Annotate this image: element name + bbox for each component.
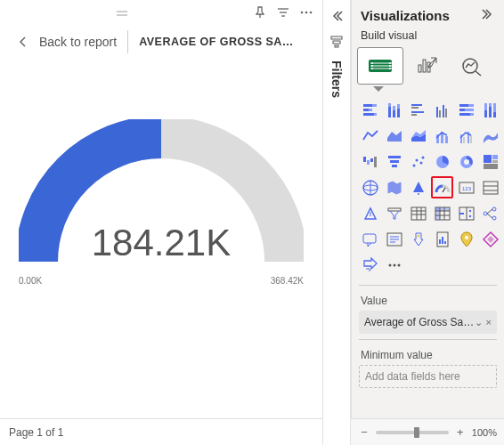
svg-rect-30 bbox=[363, 113, 374, 116]
funnel-icon[interactable] bbox=[329, 35, 344, 52]
zoom-in-button[interactable]: + bbox=[454, 425, 467, 439]
viz-type-clustered-column[interactable] bbox=[431, 99, 453, 121]
viz-type-map[interactable] bbox=[359, 176, 381, 198]
svg-rect-27 bbox=[372, 104, 377, 107]
viz-type-pie[interactable] bbox=[431, 150, 453, 173]
gauge-chart[interactable]: 184.21K 0.00K 368.42K bbox=[0, 119, 322, 342]
viz-type-multi-row-card[interactable] bbox=[479, 176, 501, 198]
svg-rect-70 bbox=[390, 160, 399, 163]
analytics-mode-button[interactable] bbox=[450, 47, 496, 85]
viz-type-treemap[interactable] bbox=[479, 150, 501, 173]
svg-point-17 bbox=[371, 68, 373, 69]
field-remove-icon[interactable]: × bbox=[486, 317, 492, 328]
visualizations-title: Visualizations bbox=[361, 8, 450, 23]
viz-type-table[interactable] bbox=[407, 202, 429, 224]
viz-type-stacked-bar[interactable] bbox=[359, 99, 381, 121]
viz-type-r-visual[interactable] bbox=[455, 202, 477, 224]
value-field-well[interactable]: Average of Gross Sales ⌄ × bbox=[359, 311, 497, 334]
svg-rect-53 bbox=[484, 110, 487, 117]
svg-line-116 bbox=[487, 214, 492, 218]
svg-rect-38 bbox=[411, 104, 422, 106]
svg-rect-60 bbox=[445, 136, 448, 143]
svg-rect-81 bbox=[492, 160, 498, 163]
viz-type-line[interactable] bbox=[359, 125, 381, 147]
svg-text:123: 123 bbox=[462, 186, 472, 191]
zoom-slider[interactable] bbox=[376, 431, 449, 434]
viz-type-card[interactable]: 123 bbox=[455, 176, 477, 198]
field-menu-icon[interactable]: ⌄ bbox=[475, 317, 483, 328]
svg-rect-40 bbox=[411, 111, 424, 113]
drag-handle-icon[interactable] bbox=[0, 6, 244, 20]
svg-point-113 bbox=[492, 207, 496, 211]
viz-type-funnel[interactable] bbox=[383, 150, 405, 173]
svg-point-114 bbox=[492, 216, 496, 220]
viz-type-100-stacked-column[interactable] bbox=[479, 99, 501, 121]
viz-type-area[interactable] bbox=[383, 125, 405, 147]
viz-type-qa[interactable] bbox=[359, 228, 381, 250]
viz-type-power-automate[interactable] bbox=[359, 254, 381, 276]
svg-point-15 bbox=[371, 62, 373, 64]
viz-type-scatter[interactable] bbox=[407, 150, 429, 173]
viz-type-line-stacked-column[interactable] bbox=[431, 125, 453, 147]
svg-rect-80 bbox=[492, 155, 498, 159]
svg-point-73 bbox=[415, 158, 418, 161]
viz-type-line-clustered-column[interactable] bbox=[455, 125, 477, 147]
value-field-name: Average of Gross Sales bbox=[364, 316, 475, 328]
svg-rect-8 bbox=[331, 36, 342, 39]
svg-rect-43 bbox=[439, 110, 441, 117]
viz-type-key-influencers[interactable] bbox=[407, 228, 429, 250]
svg-rect-47 bbox=[468, 104, 474, 107]
viz-type-slicer[interactable] bbox=[383, 202, 405, 224]
viz-type-power-apps[interactable] bbox=[479, 228, 501, 250]
viz-type-paginated-report[interactable] bbox=[431, 228, 453, 250]
gauge-value: 184.21K bbox=[0, 222, 322, 264]
svg-rect-117 bbox=[363, 234, 376, 243]
filter-icon[interactable] bbox=[276, 5, 290, 22]
gauge-max-label: 368.42K bbox=[271, 276, 304, 286]
viz-type-decomposition-tree[interactable] bbox=[479, 202, 501, 224]
viz-type-kpi[interactable] bbox=[359, 202, 381, 224]
viz-type-matrix[interactable] bbox=[431, 202, 453, 224]
viz-type-filled-map[interactable] bbox=[383, 176, 405, 198]
svg-rect-29 bbox=[369, 109, 372, 111]
viz-type-arcgis-map[interactable] bbox=[455, 228, 477, 250]
more-options-icon[interactable] bbox=[299, 5, 313, 22]
back-to-report-button[interactable]: Back to report bbox=[16, 35, 117, 49]
svg-rect-82 bbox=[484, 164, 498, 169]
svg-rect-28 bbox=[363, 109, 369, 111]
svg-rect-102 bbox=[435, 207, 440, 220]
viz-type-stacked-area[interactable] bbox=[407, 125, 429, 147]
page-indicator: Page 1 of 1 bbox=[9, 426, 63, 439]
svg-rect-71 bbox=[392, 165, 397, 167]
svg-rect-124 bbox=[439, 239, 441, 244]
svg-point-16 bbox=[371, 65, 373, 67]
page-title: AVERAGE OF GROSS SAL... bbox=[139, 36, 295, 48]
svg-rect-32 bbox=[388, 107, 391, 117]
drop-placeholder: Add data fields here bbox=[365, 370, 460, 383]
svg-rect-126 bbox=[444, 241, 446, 244]
format-visual-mode-button[interactable] bbox=[403, 47, 450, 85]
zoom-out-button[interactable]: − bbox=[358, 425, 370, 439]
pin-icon[interactable] bbox=[253, 5, 267, 22]
viz-type-smart-narrative[interactable] bbox=[383, 228, 405, 250]
viz-type-azure-map[interactable] bbox=[407, 176, 429, 198]
svg-point-19 bbox=[389, 65, 391, 67]
viz-type-waterfall[interactable] bbox=[359, 150, 381, 173]
viz-type-more[interactable] bbox=[383, 254, 405, 276]
svg-point-112 bbox=[484, 212, 487, 215]
collapse-viz-icon[interactable] bbox=[481, 7, 495, 24]
min-value-drop-well[interactable]: Add data fields here bbox=[359, 365, 497, 388]
svg-point-78 bbox=[464, 159, 469, 165]
viz-type-stacked-column[interactable] bbox=[383, 99, 405, 121]
svg-rect-42 bbox=[436, 107, 438, 117]
viz-type-gauge[interactable] bbox=[431, 176, 453, 198]
svg-point-86 bbox=[418, 193, 419, 195]
viz-type-ribbon[interactable] bbox=[479, 125, 501, 147]
viz-type-clustered-bar[interactable] bbox=[407, 99, 429, 121]
gauge-min-label: 0.00K bbox=[19, 276, 42, 286]
viz-type-100-stacked-bar[interactable] bbox=[455, 99, 477, 121]
svg-rect-49 bbox=[465, 109, 474, 111]
viz-type-donut[interactable] bbox=[455, 150, 477, 173]
build-visual-mode-button[interactable] bbox=[357, 47, 403, 85]
expand-filters-icon[interactable] bbox=[329, 9, 344, 26]
